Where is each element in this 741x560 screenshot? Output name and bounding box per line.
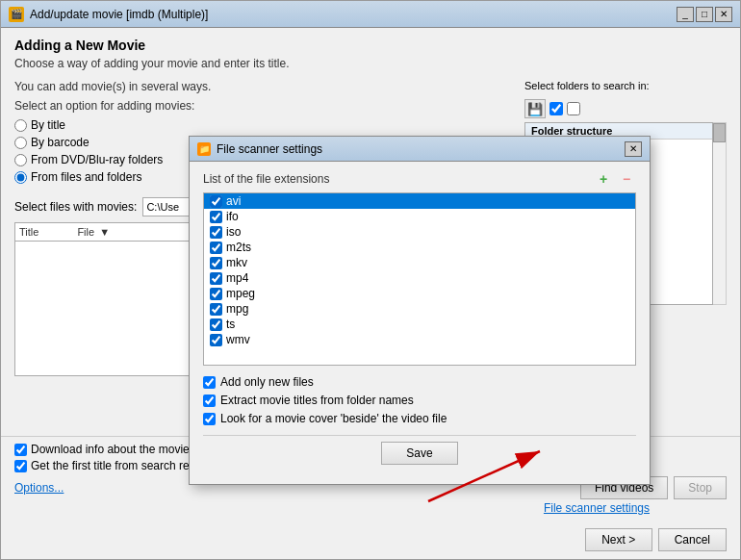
dialog-section-title: List of the file extensions <box>203 172 329 186</box>
save-button[interactable]: Save <box>381 442 458 465</box>
ext-ifo-checkbox[interactable] <box>210 211 222 223</box>
dialog-body: List of the file extensions + − avi ifo <box>190 162 650 484</box>
next-button[interactable]: Next > <box>585 528 652 551</box>
minimize-btn[interactable]: _ <box>677 7 694 22</box>
ext-mkv-label: mkv <box>226 256 247 269</box>
extensions-list[interactable]: avi ifo iso m2ts <box>203 192 636 366</box>
ext-avi-checkbox[interactable] <box>210 195 222 208</box>
extract-titles-row: Extract movie titles from folder names <box>203 394 636 407</box>
ext-wmv-checkbox[interactable] <box>210 334 222 346</box>
app-icon: 🎬 <box>9 7 24 22</box>
radio-by-barcode-input[interactable] <box>14 137 27 149</box>
ext-mpeg-label: mpeg <box>226 287 255 300</box>
ext-m2ts-label: m2ts <box>226 241 251 254</box>
add-ways-label: You can add movie(s) in several ways. <box>14 80 515 93</box>
ext-mpg-checkbox[interactable] <box>210 303 222 316</box>
scrollbar[interactable] <box>713 122 727 305</box>
folder-checkbox2[interactable] <box>567 102 580 115</box>
ext-mpeg-checkbox[interactable] <box>210 288 222 300</box>
ext-ts[interactable]: ts <box>204 317 635 332</box>
radio-from-files-label: From files and folders <box>31 170 141 184</box>
ext-mpeg[interactable]: mpeg <box>204 286 635 301</box>
ext-ts-label: ts <box>226 318 235 331</box>
folders-label: Select folders to search in: <box>524 80 650 91</box>
ext-mpg-label: mpg <box>226 302 248 316</box>
stop-button[interactable]: Stop <box>674 476 727 499</box>
ext-mp4[interactable]: mp4 <box>204 270 635 286</box>
ext-mpg[interactable]: mpg <box>204 301 635 317</box>
ext-avi-label: avi <box>226 194 241 208</box>
radio-by-title-label: By title <box>31 118 65 132</box>
sort-arrow: ▼ <box>99 226 110 238</box>
option-select-label: Select an option for adding movies: <box>14 99 515 113</box>
download-info-checkbox[interactable] <box>14 444 27 456</box>
ext-iso[interactable]: iso <box>204 224 635 240</box>
ext-iso-checkbox[interactable] <box>210 226 222 239</box>
ext-wmv-label: wmv <box>226 333 250 346</box>
ext-iso-label: iso <box>226 225 241 239</box>
window-title: Add/update movie [imdb (Multiple)] <box>30 8 677 21</box>
folder-save-btn[interactable]: 💾 <box>524 99 546 118</box>
ext-mkv-checkbox[interactable] <box>210 257 222 269</box>
first-title-label: Get the first title from search results <box>31 459 213 472</box>
dialog-title: File scanner settings <box>217 142 625 156</box>
ext-wmv[interactable]: wmv <box>204 332 635 347</box>
remove-extension-btn[interactable]: − <box>617 171 636 187</box>
main-window: 🎬 Add/update movie [imdb (Multiple)] _ □… <box>0 0 741 560</box>
page-title: Adding a New Movie <box>14 38 727 53</box>
options-link[interactable]: Options... <box>14 481 64 495</box>
dialog-footer: Save <box>203 435 636 474</box>
dialog-checkboxes: Add only new files Extract movie titles … <box>203 375 636 425</box>
ext-m2ts-checkbox[interactable] <box>210 242 222 254</box>
window-controls: _ □ ✕ <box>677 7 732 22</box>
close-btn[interactable]: ✕ <box>715 7 732 22</box>
ext-ifo-label: ifo <box>226 210 239 223</box>
add-only-new-label: Add only new files <box>220 375 314 389</box>
look-for-cover-label: Look for a movie cover 'beside' the vide… <box>220 412 447 425</box>
extract-titles-checkbox[interactable] <box>203 395 216 407</box>
dialog-icon: 📁 <box>197 142 211 156</box>
radio-by-title: By title <box>14 118 515 132</box>
file-scanner-link[interactable]: File scanner settings <box>544 501 650 515</box>
look-for-cover-checkbox[interactable] <box>203 413 216 425</box>
cancel-button[interactable]: Cancel <box>658 528 727 551</box>
radio-from-dvd-label: From DVD/Blu-ray folders <box>31 153 163 166</box>
ext-mp4-checkbox[interactable] <box>210 272 222 285</box>
page-subtitle: Choose a way of adding your movie and en… <box>14 57 727 70</box>
ext-mkv[interactable]: mkv <box>204 255 635 270</box>
radio-by-barcode-label: By barcode <box>31 136 89 149</box>
dialog-list-controls: + − <box>594 171 636 187</box>
radio-from-files-input[interactable] <box>14 171 27 184</box>
maximize-btn[interactable]: □ <box>696 7 713 22</box>
folder-checkbox1[interactable] <box>549 102 563 115</box>
action-left: Options... <box>14 481 64 495</box>
first-title-checkbox[interactable] <box>14 460 27 472</box>
nav-buttons: Next > Cancel <box>1 522 740 559</box>
ext-m2ts[interactable]: m2ts <box>204 240 635 255</box>
ext-mp4-label: mp4 <box>226 271 248 285</box>
file-scanner-dialog: 📁 File scanner settings ✕ List of the fi… <box>189 136 651 485</box>
ext-avi[interactable]: avi <box>204 193 635 209</box>
ext-ifo[interactable]: ifo <box>204 209 635 224</box>
ext-ts-checkbox[interactable] <box>210 318 222 331</box>
radio-by-title-input[interactable] <box>14 119 27 132</box>
add-only-new-row: Add only new files <box>203 375 636 389</box>
files-label: Select files with movies: <box>14 200 137 214</box>
add-extension-btn[interactable]: + <box>594 171 613 187</box>
col-file: File ▼ <box>77 226 110 238</box>
title-bar: 🎬 Add/update movie [imdb (Multiple)] _ □… <box>1 1 740 28</box>
look-for-cover-row: Look for a movie cover 'beside' the vide… <box>203 412 636 425</box>
dialog-close-btn[interactable]: ✕ <box>625 141 642 157</box>
radio-from-dvd-input[interactable] <box>14 154 27 166</box>
dialog-section-header: List of the file extensions + − <box>203 171 636 187</box>
scrollbar-thumb <box>713 123 726 142</box>
col-title: Title <box>19 226 38 238</box>
extract-titles-label: Extract movie titles from folder names <box>220 394 414 407</box>
dialog-title-bar: 📁 File scanner settings ✕ <box>190 137 650 162</box>
add-only-new-checkbox[interactable] <box>203 376 216 389</box>
